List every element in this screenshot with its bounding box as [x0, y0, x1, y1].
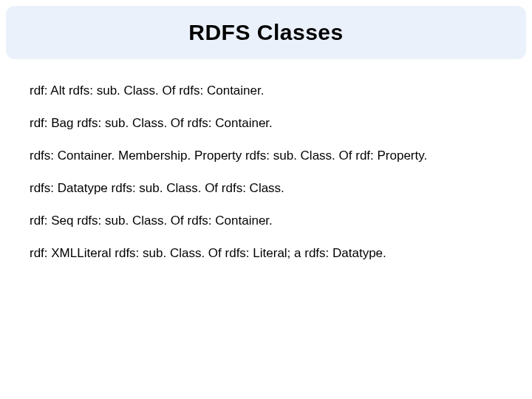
title-band: RDFS Classes	[6, 6, 526, 59]
page-title: RDFS Classes	[188, 20, 343, 45]
slide: RDFS Classes rdf: Alt rdfs: sub. Class. …	[0, 0, 532, 399]
content-line: rdfs: Datatype rdfs: sub. Class. Of rdfs…	[30, 180, 502, 197]
content-line: rdf: XMLLiteral rdfs: sub. Class. Of rdf…	[30, 245, 502, 262]
content-line: rdf: Bag rdfs: sub. Class. Of rdfs: Cont…	[30, 115, 502, 132]
content-line: rdfs: Container. Membership. Property rd…	[30, 148, 502, 164]
slide-content: rdf: Alt rdfs: sub. Class. Of rdfs: Cont…	[30, 83, 502, 279]
content-line: rdf: Alt rdfs: sub. Class. Of rdfs: Cont…	[30, 83, 502, 99]
content-line: rdf: Seq rdfs: sub. Class. Of rdfs: Cont…	[30, 213, 502, 229]
